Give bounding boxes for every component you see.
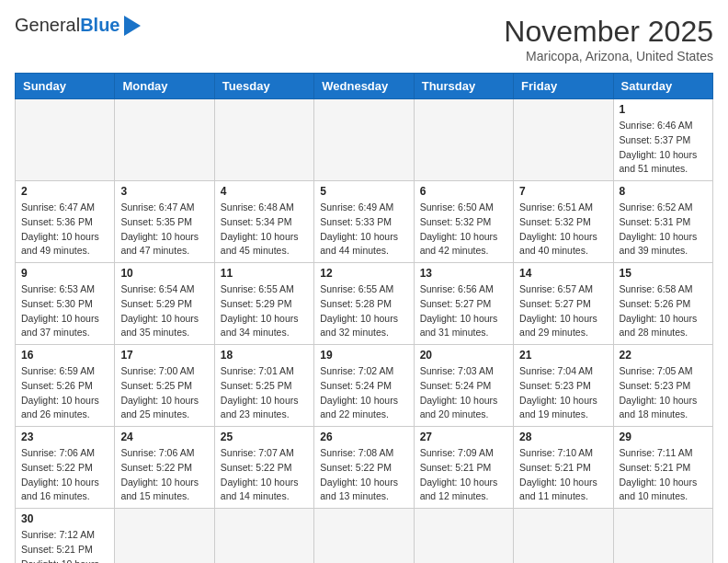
calendar-cell: 23Sunrise: 7:06 AMSunset: 5:22 PMDayligh…: [16, 427, 115, 509]
day-info: Sunrise: 6:48 AMSunset: 5:34 PMDaylight:…: [221, 201, 308, 259]
col-header-thursday: Thursday: [414, 74, 513, 99]
location-subtitle: Maricopa, Arizona, United States: [504, 49, 713, 63]
day-info: Sunrise: 6:51 AMSunset: 5:32 PMDaylight:…: [519, 201, 607, 259]
day-info: Sunrise: 7:07 AMSunset: 5:22 PMDaylight:…: [221, 446, 308, 504]
day-info: Sunrise: 7:06 AMSunset: 5:22 PMDaylight:…: [120, 446, 208, 504]
day-number: 8: [620, 185, 707, 198]
day-info: Sunrise: 6:52 AMSunset: 5:31 PMDaylight:…: [620, 201, 707, 259]
day-info: Sunrise: 6:56 AMSunset: 5:27 PMDaylight:…: [420, 282, 507, 340]
title-area: November 2025 Maricopa, Arizona, United …: [504, 15, 713, 63]
calendar-cell: 3Sunrise: 6:47 AMSunset: 5:35 PMDaylight…: [115, 181, 214, 263]
day-number: 5: [320, 185, 407, 198]
day-number: 18: [221, 349, 308, 362]
calendar-cell: 28Sunrise: 7:10 AMSunset: 5:21 PMDayligh…: [514, 427, 613, 509]
day-number: 16: [21, 349, 108, 362]
calendar-cell: 18Sunrise: 7:01 AMSunset: 5:25 PMDayligh…: [214, 345, 313, 427]
page-header: GeneralBlue November 2025 Maricopa, Ariz…: [15, 15, 713, 63]
col-header-tuesday: Tuesday: [214, 74, 313, 99]
day-info: Sunrise: 6:55 AMSunset: 5:29 PMDaylight:…: [221, 282, 308, 340]
logo-triangle-icon: [124, 16, 141, 36]
calendar-cell: [414, 509, 513, 564]
logo-general-text: General: [15, 15, 80, 35]
calendar-cell: 25Sunrise: 7:07 AMSunset: 5:22 PMDayligh…: [214, 427, 313, 509]
calendar-week-row: 2Sunrise: 6:47 AMSunset: 5:36 PMDaylight…: [16, 181, 713, 263]
day-info: Sunrise: 7:02 AMSunset: 5:24 PMDaylight:…: [320, 364, 407, 422]
day-number: 25: [221, 431, 308, 443]
day-number: 22: [620, 349, 707, 362]
calendar-cell: 14Sunrise: 6:57 AMSunset: 5:27 PMDayligh…: [514, 263, 613, 345]
day-number: 10: [120, 267, 208, 280]
day-number: 13: [420, 267, 507, 280]
calendar-cell: [115, 99, 214, 181]
calendar-week-row: 23Sunrise: 7:06 AMSunset: 5:22 PMDayligh…: [16, 427, 713, 509]
day-number: 11: [221, 267, 308, 280]
day-info: Sunrise: 7:04 AMSunset: 5:23 PMDaylight:…: [519, 364, 607, 422]
day-info: Sunrise: 7:00 AMSunset: 5:25 PMDaylight:…: [120, 364, 208, 422]
day-number: 28: [519, 431, 607, 443]
calendar-week-row: 9Sunrise: 6:53 AMSunset: 5:30 PMDaylight…: [16, 263, 713, 345]
calendar-cell: 7Sunrise: 6:51 AMSunset: 5:32 PMDaylight…: [514, 181, 613, 263]
calendar-cell: 30Sunrise: 7:12 AMSunset: 5:21 PMDayligh…: [16, 509, 115, 564]
day-info: Sunrise: 6:54 AMSunset: 5:29 PMDaylight:…: [120, 282, 208, 340]
calendar-cell: 15Sunrise: 6:58 AMSunset: 5:26 PMDayligh…: [613, 263, 712, 345]
col-header-friday: Friday: [514, 74, 613, 99]
calendar-cell: 6Sunrise: 6:50 AMSunset: 5:32 PMDaylight…: [414, 181, 513, 263]
day-number: 9: [21, 267, 108, 280]
calendar-cell: 13Sunrise: 6:56 AMSunset: 5:27 PMDayligh…: [414, 263, 513, 345]
calendar-cell: 16Sunrise: 6:59 AMSunset: 5:26 PMDayligh…: [16, 345, 115, 427]
calendar-cell: 5Sunrise: 6:49 AMSunset: 5:33 PMDaylight…: [314, 181, 414, 263]
day-number: 21: [519, 349, 607, 362]
day-info: Sunrise: 6:53 AMSunset: 5:30 PMDaylight:…: [21, 282, 108, 340]
day-number: 15: [620, 267, 707, 280]
month-title: November 2025: [504, 15, 713, 49]
calendar-table: SundayMondayTuesdayWednesdayThursdayFrid…: [15, 73, 713, 563]
calendar-week-row: 1Sunrise: 6:46 AMSunset: 5:37 PMDaylight…: [16, 99, 713, 181]
day-number: 7: [519, 185, 607, 198]
calendar-cell: 27Sunrise: 7:09 AMSunset: 5:21 PMDayligh…: [414, 427, 513, 509]
day-info: Sunrise: 6:58 AMSunset: 5:26 PMDaylight:…: [620, 282, 707, 340]
calendar-cell: 8Sunrise: 6:52 AMSunset: 5:31 PMDaylight…: [613, 181, 712, 263]
day-number: 2: [21, 185, 108, 198]
day-info: Sunrise: 6:55 AMSunset: 5:28 PMDaylight:…: [320, 282, 407, 340]
day-number: 3: [120, 185, 208, 198]
calendar-cell: 29Sunrise: 7:11 AMSunset: 5:21 PMDayligh…: [613, 427, 712, 509]
day-info: Sunrise: 7:09 AMSunset: 5:21 PMDaylight:…: [420, 446, 507, 504]
day-number: 24: [120, 431, 208, 443]
day-number: 29: [620, 431, 707, 443]
day-info: Sunrise: 7:11 AMSunset: 5:21 PMDaylight:…: [620, 446, 707, 504]
day-info: Sunrise: 7:01 AMSunset: 5:25 PMDaylight:…: [221, 364, 308, 422]
calendar-cell: 24Sunrise: 7:06 AMSunset: 5:22 PMDayligh…: [115, 427, 214, 509]
day-number: 1: [620, 103, 707, 116]
calendar-cell: 20Sunrise: 7:03 AMSunset: 5:24 PMDayligh…: [414, 345, 513, 427]
calendar-cell: 10Sunrise: 6:54 AMSunset: 5:29 PMDayligh…: [115, 263, 214, 345]
calendar-cell: [514, 509, 613, 564]
day-info: Sunrise: 7:06 AMSunset: 5:22 PMDaylight:…: [21, 446, 108, 504]
calendar-header-row: SundayMondayTuesdayWednesdayThursdayFrid…: [16, 74, 713, 99]
calendar-cell: 21Sunrise: 7:04 AMSunset: 5:23 PMDayligh…: [514, 345, 613, 427]
day-number: 6: [420, 185, 507, 198]
calendar-cell: 19Sunrise: 7:02 AMSunset: 5:24 PMDayligh…: [314, 345, 414, 427]
day-number: 30: [21, 512, 108, 525]
calendar-cell: 4Sunrise: 6:48 AMSunset: 5:34 PMDaylight…: [214, 181, 313, 263]
calendar-cell: 2Sunrise: 6:47 AMSunset: 5:36 PMDaylight…: [16, 181, 115, 263]
calendar-cell: 11Sunrise: 6:55 AMSunset: 5:29 PMDayligh…: [214, 263, 313, 345]
calendar-cell: [514, 99, 613, 181]
calendar-cell: [214, 99, 313, 181]
day-info: Sunrise: 7:03 AMSunset: 5:24 PMDaylight:…: [420, 364, 507, 422]
day-info: Sunrise: 6:47 AMSunset: 5:36 PMDaylight:…: [21, 201, 108, 259]
calendar-cell: [613, 509, 712, 564]
day-number: 17: [120, 349, 208, 362]
day-number: 4: [221, 185, 308, 198]
col-header-monday: Monday: [115, 74, 214, 99]
day-info: Sunrise: 6:57 AMSunset: 5:27 PMDaylight:…: [519, 282, 607, 340]
calendar-cell: 12Sunrise: 6:55 AMSunset: 5:28 PMDayligh…: [314, 263, 414, 345]
logo-blue-text: Blue: [80, 15, 119, 35]
calendar-cell: [16, 99, 115, 181]
calendar-cell: [214, 509, 313, 564]
day-info: Sunrise: 6:49 AMSunset: 5:33 PMDaylight:…: [320, 201, 407, 259]
day-number: 27: [420, 431, 507, 443]
day-info: Sunrise: 7:12 AMSunset: 5:21 PMDaylight:…: [21, 528, 108, 563]
calendar-cell: 22Sunrise: 7:05 AMSunset: 5:23 PMDayligh…: [613, 345, 712, 427]
day-info: Sunrise: 7:05 AMSunset: 5:23 PMDaylight:…: [620, 364, 707, 422]
day-number: 12: [320, 267, 407, 280]
